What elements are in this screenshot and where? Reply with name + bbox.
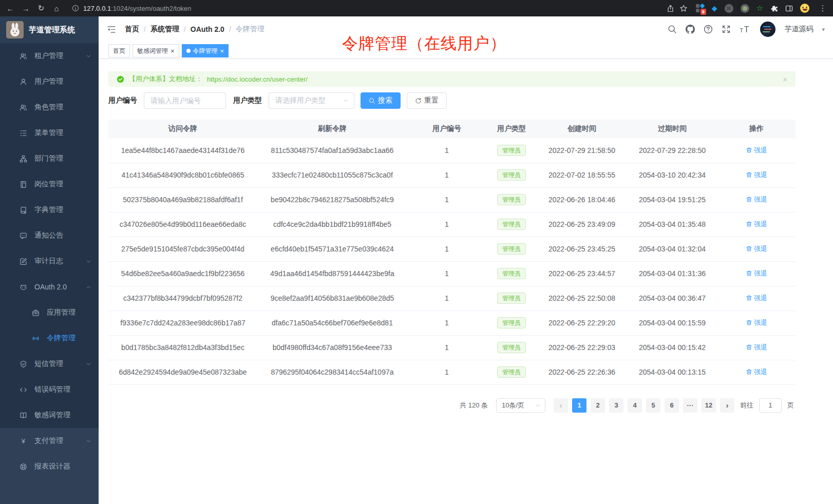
help-icon[interactable] bbox=[704, 25, 713, 34]
browser-sidebar-icon[interactable] bbox=[785, 5, 793, 12]
user-id-cell: 1 bbox=[407, 138, 486, 163]
fullscreen-icon[interactable] bbox=[722, 25, 731, 34]
command-extension-icon[interactable]: ⌘ bbox=[725, 4, 733, 13]
extensions-puzzle-icon[interactable] bbox=[770, 5, 778, 12]
page-button-1[interactable]: 1 bbox=[572, 398, 586, 413]
back-icon[interactable]: ← bbox=[5, 3, 15, 13]
search-button-label: 搜索 bbox=[378, 96, 392, 105]
password-extension-icon[interactable]: 9 bbox=[696, 4, 705, 13]
sidebar-item-sms[interactable]: 短信管理 bbox=[0, 351, 99, 377]
sidebar-item-role[interactable]: 角色管理 bbox=[0, 94, 99, 120]
page-button-12[interactable]: 12 bbox=[702, 398, 716, 413]
caret-down-icon[interactable]: ▾ bbox=[822, 26, 825, 33]
force-logout-button[interactable]: 强退 bbox=[746, 318, 767, 327]
home-icon[interactable]: ⌂ bbox=[51, 3, 62, 13]
force-logout-button[interactable]: 强退 bbox=[746, 294, 767, 303]
user-avatar[interactable] bbox=[760, 22, 775, 37]
forward-icon[interactable]: → bbox=[21, 3, 31, 13]
table-row: c342377bf8b344799dcbf7bf095287f29ce8ef2a… bbox=[108, 286, 796, 311]
access-token-cell: b0d1785bc3a8482f812db4a3f3bd15ec bbox=[108, 335, 257, 360]
sidebar-item-notice[interactable]: 通知公告 bbox=[0, 223, 99, 248]
user-id-input[interactable] bbox=[144, 92, 226, 109]
reload-icon[interactable]: ↻ bbox=[36, 3, 46, 13]
sidebar-item-post[interactable]: 岗位管理 bbox=[0, 171, 99, 197]
share-icon[interactable] bbox=[667, 5, 674, 12]
page-button-6[interactable]: 6 bbox=[665, 398, 679, 413]
star-extension-icon[interactable]: ☆ bbox=[756, 4, 763, 13]
force-logout-button[interactable]: 强退 bbox=[746, 343, 767, 352]
sidebar-item-label: 审计日志 bbox=[34, 257, 86, 266]
sidebar-item-user[interactable]: 用户管理 bbox=[0, 69, 99, 94]
font-size-icon[interactable]: TT bbox=[740, 25, 751, 34]
page-button-2[interactable]: 2 bbox=[591, 398, 605, 413]
force-logout-button[interactable]: 强退 bbox=[746, 220, 767, 229]
github-icon[interactable] bbox=[686, 25, 695, 34]
bookmark-star-icon[interactable] bbox=[679, 4, 688, 12]
force-logout-button[interactable]: 强退 bbox=[746, 269, 767, 278]
sidebar-item-audit-log[interactable]: 审计日志 bbox=[0, 248, 99, 274]
alert-link[interactable]: https://doc.iocoder.cn/user-center/ bbox=[207, 75, 308, 83]
sidebar-item-tenant[interactable]: 租户管理 bbox=[0, 43, 99, 69]
site-info-icon[interactable] bbox=[72, 5, 79, 12]
sidebar-item-error-code[interactable]: 错误码管理 bbox=[0, 377, 99, 402]
next-page-button[interactable]: › bbox=[720, 398, 734, 413]
force-logout-button[interactable]: 强退 bbox=[746, 244, 767, 254]
gem-extension-icon[interactable]: ◆ bbox=[712, 4, 717, 12]
close-icon[interactable]: × bbox=[171, 48, 175, 54]
prev-page-button[interactable]: ‹ bbox=[554, 398, 568, 413]
user-type-cell: 管理员 bbox=[486, 138, 537, 163]
tab-敏感词管理[interactable]: 敏感词管理× bbox=[132, 44, 179, 57]
search-icon[interactable] bbox=[668, 25, 677, 34]
close-icon[interactable]: × bbox=[220, 48, 224, 54]
page-size-select[interactable]: 10条/页 bbox=[496, 398, 545, 413]
force-logout-button[interactable]: 强退 bbox=[746, 195, 767, 204]
action-cell: 强退 bbox=[717, 311, 796, 335]
goto-page-input[interactable] bbox=[759, 398, 782, 413]
sidebar-item-sensitive-word[interactable]: 敏感词管理 bbox=[0, 402, 99, 428]
sidebar-item-dict[interactable]: 字典管理 bbox=[0, 197, 99, 223]
app-icon bbox=[32, 309, 40, 317]
page-button-5[interactable]: 5 bbox=[646, 398, 660, 413]
sidebar-item-dept[interactable]: 部门管理 bbox=[0, 146, 99, 171]
alert-close-icon[interactable]: × bbox=[783, 75, 787, 84]
sidebar-item-oauth2-token[interactable]: 令牌管理 bbox=[0, 325, 99, 351]
sidebar-item-oauth2-app[interactable]: 应用管理 bbox=[0, 300, 99, 325]
action-cell: 强退 bbox=[717, 360, 796, 384]
breadcrumb-item[interactable]: 首页 bbox=[125, 25, 139, 34]
refresh-token-cell: 8796295f04064c2983414cc54af1097a bbox=[257, 360, 407, 384]
report-icon bbox=[20, 463, 27, 471]
sidebar-collapse-icon[interactable] bbox=[107, 26, 116, 33]
browser-menu-icon[interactable]: ⋮ bbox=[818, 3, 828, 13]
address-bar[interactable]: 127.0.0.1:1024/system/oauth2/token bbox=[67, 5, 661, 12]
force-logout-button[interactable]: 强退 bbox=[746, 367, 767, 377]
access-token-cell: c347026e805e4d99b0d116eae66eda8c bbox=[108, 212, 257, 237]
recorder-extension-icon[interactable] bbox=[741, 4, 749, 13]
user-name[interactable]: 芋道源码 bbox=[784, 25, 813, 34]
sidebar-item-menu[interactable]: 菜单管理 bbox=[0, 120, 99, 146]
force-logout-label: 强退 bbox=[754, 269, 767, 278]
search-button[interactable]: 搜索 bbox=[361, 92, 401, 109]
url-text: 127.0.0.1:1024/system/oauth2/token bbox=[83, 5, 191, 12]
sidebar-item-report[interactable]: 报表设计器 bbox=[0, 454, 99, 479]
tab-首页[interactable]: 首页 bbox=[108, 44, 130, 57]
profile-avatar-icon[interactable] bbox=[800, 4, 809, 13]
page-button-3[interactable]: 3 bbox=[609, 398, 623, 413]
app-logo: 芋道管理系统 bbox=[0, 16, 99, 43]
alert-text: 【用户体系】文档地址： bbox=[129, 74, 202, 84]
sidebar-item-pay[interactable]: ¥支付管理 bbox=[0, 428, 99, 454]
breadcrumb-item[interactable]: 系统管理 bbox=[150, 25, 179, 34]
refresh-icon bbox=[415, 98, 422, 104]
refresh-token-cell: b0df4980ffd34c67a08f9156e4eee733 bbox=[257, 335, 407, 360]
table-row: 6d842e2924594de9a09e45e087323abe8796295f… bbox=[108, 360, 796, 384]
force-logout-button[interactable]: 强退 bbox=[746, 170, 767, 180]
sidebar-item-oauth2[interactable]: OAuth 2.0 bbox=[0, 274, 99, 300]
force-logout-button[interactable]: 强退 bbox=[746, 146, 767, 155]
reset-button[interactable]: 重置 bbox=[407, 92, 447, 109]
user-type-select[interactable]: 请选择用户类型 bbox=[269, 92, 354, 109]
tab-令牌管理[interactable]: 令牌管理× bbox=[182, 44, 229, 57]
breadcrumb-item[interactable]: OAuth 2.0 bbox=[191, 25, 224, 33]
page-button-4[interactable]: 4 bbox=[628, 398, 642, 413]
page-ellipsis-button[interactable]: ··· bbox=[683, 398, 697, 413]
user-id-cell: 1 bbox=[407, 286, 486, 311]
trash-icon bbox=[746, 344, 752, 351]
